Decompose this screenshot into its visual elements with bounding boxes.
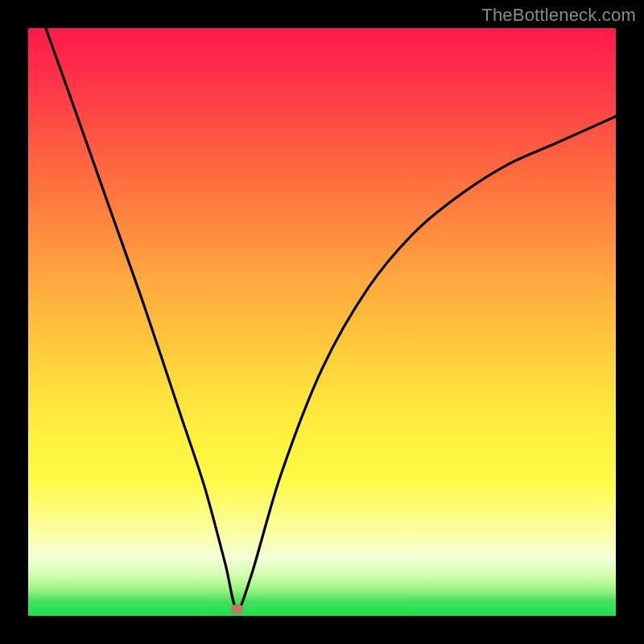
watermark-text: TheBottleneck.com: [481, 5, 636, 26]
bottleneck-curve: [28, 28, 616, 616]
optimum-marker: [231, 605, 243, 613]
chart-frame: TheBottleneck.com: [0, 0, 644, 644]
curve-path: [46, 28, 616, 609]
plot-area: [28, 28, 616, 616]
